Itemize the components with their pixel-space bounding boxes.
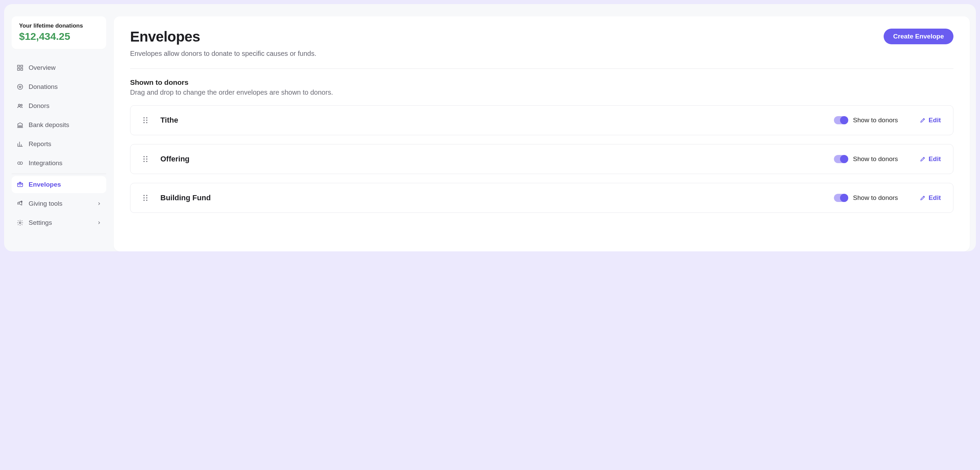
svg-point-28	[146, 197, 148, 199]
svg-rect-1	[21, 65, 23, 67]
svg-rect-0	[18, 65, 20, 67]
svg-point-21	[143, 158, 145, 160]
envelope-name: Offering	[161, 155, 822, 164]
sidebar-item-label: Donations	[29, 83, 58, 91]
envelope-list: Tithe Show to donors Edit Offering	[130, 105, 953, 213]
users-icon	[16, 102, 24, 110]
show-to-donors-control: Show to donors	[834, 155, 898, 163]
heart-icon	[16, 83, 24, 91]
svg-point-15	[143, 119, 145, 121]
envelope-row: Building Fund Show to donors Edit	[130, 183, 953, 213]
pencil-icon	[920, 117, 926, 123]
sidebar: Your lifetime donations $12,434.25 Overv…	[4, 4, 114, 251]
svg-point-17	[143, 122, 145, 123]
envelope-name: Building Fund	[161, 193, 822, 202]
show-to-donors-control: Show to donors	[834, 194, 898, 202]
envelope-row: Tithe Show to donors Edit	[130, 105, 953, 135]
svg-point-27	[143, 197, 145, 199]
sidebar-item-label: Giving tools	[29, 200, 62, 207]
lifetime-donations-amount: $12,434.25	[19, 31, 99, 42]
show-to-donors-control: Show to donors	[834, 116, 898, 124]
sidebar-item-label: Overview	[29, 64, 56, 72]
sidebar-item-settings[interactable]: Settings	[11, 214, 106, 231]
header-divider	[130, 69, 953, 69]
svg-point-26	[146, 195, 148, 196]
edit-envelope-button[interactable]: Edit	[920, 155, 941, 163]
main-panel: Envelopes Envelopes allow donors to dona…	[114, 16, 970, 251]
svg-point-13	[143, 117, 145, 118]
show-to-donors-label: Show to donors	[853, 194, 898, 202]
envelope-icon	[16, 181, 24, 188]
sidebar-item-envelopes[interactable]: Envelopes	[11, 176, 106, 193]
sidebar-item-integrations[interactable]: Integrations	[11, 155, 106, 172]
sidebar-item-overview[interactable]: Overview	[11, 59, 106, 76]
show-to-donors-toggle[interactable]	[834, 155, 848, 163]
svg-point-5	[18, 104, 20, 106]
app-shell: Your lifetime donations $12,434.25 Overv…	[4, 4, 976, 251]
sidebar-divider	[11, 174, 106, 174]
drag-handle-icon[interactable]	[143, 116, 148, 124]
envelope-row: Offering Show to donors Edit	[130, 144, 953, 174]
svg-point-12	[19, 222, 21, 224]
show-to-donors-label: Show to donors	[853, 116, 898, 124]
sidebar-item-label: Integrations	[29, 159, 62, 167]
svg-point-29	[143, 199, 145, 201]
pencil-icon	[920, 195, 926, 201]
megaphone-icon	[16, 200, 24, 207]
sidebar-item-label: Settings	[29, 219, 52, 226]
page-title: Envelopes	[130, 29, 317, 45]
svg-point-30	[146, 199, 148, 201]
svg-point-22	[146, 158, 148, 160]
pencil-icon	[920, 156, 926, 162]
sidebar-item-label: Donors	[29, 102, 49, 110]
sidebar-nav: Overview Donations Donors Bank deposits	[11, 59, 106, 231]
link-icon	[16, 159, 24, 167]
sidebar-item-bank-deposits[interactable]: Bank deposits	[11, 116, 106, 134]
svg-point-24	[146, 161, 148, 162]
svg-point-23	[143, 161, 145, 162]
svg-point-14	[146, 117, 148, 118]
drag-handle-icon[interactable]	[143, 194, 148, 202]
sidebar-item-donations[interactable]: Donations	[11, 78, 106, 96]
show-to-donors-label: Show to donors	[853, 155, 898, 163]
svg-point-16	[146, 119, 148, 121]
svg-point-19	[143, 156, 145, 157]
edit-envelope-button[interactable]: Edit	[920, 116, 941, 124]
edit-label: Edit	[929, 194, 941, 202]
sidebar-item-giving-tools[interactable]: Giving tools	[11, 195, 106, 212]
sidebar-item-donors[interactable]: Donors	[11, 97, 106, 115]
svg-rect-3	[21, 69, 23, 70]
sidebar-item-label: Bank deposits	[29, 121, 69, 129]
chart-icon	[16, 140, 24, 148]
create-envelope-button[interactable]: Create Envelope	[884, 29, 953, 44]
lifetime-donations-label: Your lifetime donations	[19, 22, 99, 29]
page-header: Envelopes Envelopes allow donors to dona…	[130, 29, 953, 57]
chevron-right-icon	[97, 220, 102, 225]
svg-point-18	[146, 122, 148, 123]
lifetime-donations-card: Your lifetime donations $12,434.25	[11, 16, 106, 49]
edit-label: Edit	[929, 116, 941, 124]
section-help: Drag and drop to change the order envelo…	[130, 89, 953, 96]
grid-icon	[16, 64, 24, 72]
chevron-right-icon	[97, 201, 102, 206]
gear-icon	[16, 219, 24, 226]
drag-handle-icon[interactable]	[143, 155, 148, 163]
bank-icon	[16, 121, 24, 129]
page-subtitle: Envelopes allow donors to donate to spec…	[130, 50, 317, 57]
show-to-donors-toggle[interactable]	[834, 194, 848, 202]
sidebar-item-label: Reports	[29, 140, 51, 148]
edit-label: Edit	[929, 155, 941, 163]
svg-rect-2	[18, 69, 20, 70]
edit-envelope-button[interactable]: Edit	[920, 194, 941, 202]
show-to-donors-toggle[interactable]	[834, 116, 848, 124]
envelope-name: Tithe	[161, 116, 822, 125]
sidebar-item-reports[interactable]: Reports	[11, 135, 106, 153]
section-title: Shown to donors	[130, 78, 953, 86]
sidebar-item-label: Envelopes	[29, 181, 61, 188]
svg-point-6	[21, 104, 22, 105]
svg-point-20	[146, 156, 148, 157]
svg-point-4	[18, 84, 23, 89]
section-header: Shown to donors Drag and drop to change …	[130, 78, 953, 96]
svg-point-25	[143, 195, 145, 196]
